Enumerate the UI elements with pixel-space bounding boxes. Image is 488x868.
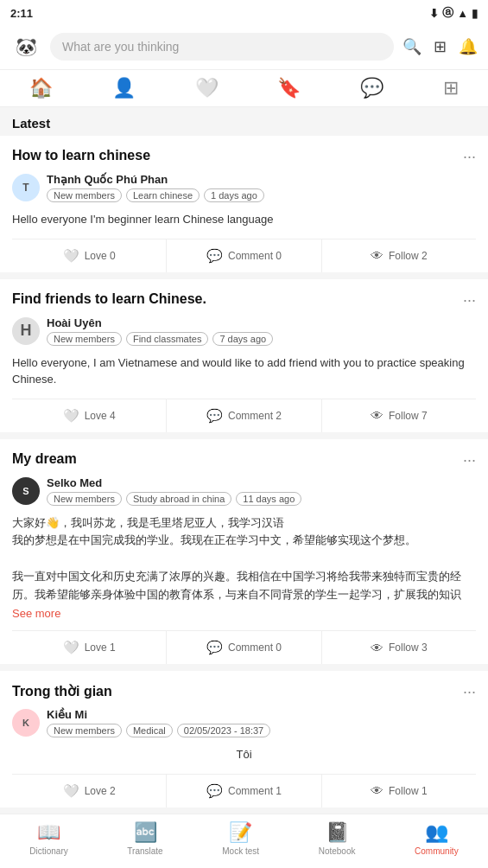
nav-person[interactable]: 👤 — [112, 77, 136, 99]
tag-date: 1 days ago — [204, 188, 264, 202]
nav-dictionary[interactable]: 📖 Dictionary — [29, 821, 67, 856]
follow-count: Follow 2 — [389, 250, 428, 262]
comment-icon: 💬 — [206, 640, 223, 655]
author-name: Thạnh Quốc Phú Phan — [47, 173, 264, 186]
tag-find-classmates[interactable]: Find classmates — [126, 332, 208, 346]
post-actions: 🤍 Love 0 💬 Comment 0 👁 Follow 2 — [12, 239, 476, 272]
comment-button[interactable]: 💬 Comment 2 — [167, 399, 321, 432]
top-nav: 🏠 👤 🤍 🔖 💬 ⊞ — [0, 70, 488, 107]
nav-label: Mock test — [222, 846, 259, 856]
comment-button[interactable]: 💬 Comment 0 — [167, 239, 321, 272]
search-icon[interactable]: 🔍 — [402, 37, 421, 56]
author-info: Kiều Mi New members Medical 02/05/2023 -… — [47, 708, 270, 737]
follow-button[interactable]: 👁 Follow 7 — [322, 399, 476, 432]
notebook-icon: 📓 — [326, 821, 349, 844]
follow-button[interactable]: 👁 Follow 3 — [322, 631, 476, 664]
status-time: 2:11 — [10, 7, 33, 20]
love-button[interactable]: 🤍 Love 4 — [12, 399, 167, 432]
love-icon: 🤍 — [63, 408, 79, 424]
follow-icon: 👁 — [371, 408, 383, 423]
follow-count: Follow 3 — [389, 641, 428, 654]
search-placeholder: What are you thinking — [62, 40, 179, 54]
translate-icon: 🔤 — [134, 821, 157, 844]
tag-medical[interactable]: Medical — [126, 724, 173, 737]
comment-button[interactable]: 💬 Comment 1 — [167, 775, 321, 807]
love-button[interactable]: 🤍 Love 2 — [12, 775, 167, 807]
post-body: Hello everyone I'm beginner learn Chines… — [12, 211, 476, 228]
tag-new-members[interactable]: New members — [47, 188, 122, 202]
tag-study-abroad[interactable]: Study abroad in china — [126, 492, 231, 506]
follow-count: Follow 7 — [389, 410, 428, 422]
nav-chat[interactable]: 💬 — [360, 77, 383, 99]
nav-label: Community — [415, 846, 459, 856]
post-title: Trong thời gian — [12, 683, 463, 699]
love-button[interactable]: 🤍 Love 1 — [12, 631, 167, 664]
bell-icon[interactable]: 🔔 — [459, 37, 478, 56]
search-actions: 🔍 ⊞ 🔔 — [402, 37, 478, 56]
logo-icon: 🐼 — [16, 36, 37, 57]
nav-translate[interactable]: 🔤 Translate — [127, 821, 162, 856]
filter-icon[interactable]: ⊞ — [434, 37, 447, 56]
post-menu-button[interactable]: ··· — [463, 451, 476, 469]
post-menu-button[interactable]: ··· — [463, 291, 476, 310]
love-count: Love 4 — [85, 410, 116, 422]
author-info: Selko Med New members Study abroad in ch… — [47, 476, 301, 506]
follow-button[interactable]: 👁 Follow 1 — [322, 775, 476, 807]
nav-heart[interactable]: 🤍 — [195, 77, 219, 99]
post-title: Find friends to learn Chinese. — [12, 291, 463, 307]
tag-new-members[interactable]: New members — [47, 332, 122, 346]
follow-icon: 👁 — [371, 641, 383, 655]
nav-label: Translate — [127, 846, 162, 856]
dictionary-icon: 📖 — [37, 821, 60, 844]
avatar: T — [12, 174, 40, 201]
love-button[interactable]: 🤍 Love 0 — [12, 239, 167, 272]
android-icon: ⓐ — [442, 5, 453, 21]
see-more-button[interactable]: See more — [12, 607, 476, 620]
love-count: Love 2 — [85, 785, 116, 797]
post-card: Trong thời gian ··· K Kiều Mi New member… — [0, 671, 488, 807]
post-menu-button[interactable]: ··· — [463, 683, 476, 701]
post-menu-button[interactable]: ··· — [463, 148, 476, 166]
nav-home[interactable]: 🏠 — [29, 77, 53, 99]
nav-mock-test[interactable]: 📝 Mock test — [222, 821, 259, 856]
author-tags: New members Find classmates 7 days ago — [47, 332, 273, 346]
author-tags: New members Learn chinese 1 days ago — [47, 188, 264, 202]
follow-icon: 👁 — [371, 783, 383, 798]
nav-bookmark[interactable]: 🔖 — [277, 77, 301, 99]
post-header: Trong thời gian ··· — [12, 683, 476, 701]
search-bar: 🐼 What are you thinking 🔍 ⊞ 🔔 — [0, 24, 488, 70]
avatar-letter: S — [22, 486, 29, 496]
author-name: Kiều Mi — [47, 708, 270, 721]
post-card: Find friends to learn Chinese. ··· H Hoà… — [0, 279, 488, 432]
tag-date: 7 days ago — [212, 332, 273, 346]
love-count: Love 1 — [85, 641, 116, 654]
app-logo: 🐼 — [10, 31, 41, 62]
tag-new-members[interactable]: New members — [47, 724, 122, 737]
section-latest: Latest — [0, 107, 488, 136]
author-tags: New members Study abroad in china 11 day… — [47, 492, 301, 506]
tag-new-members[interactable]: New members — [47, 492, 122, 506]
mock-test-icon: 📝 — [229, 821, 252, 844]
avatar: H — [12, 317, 40, 345]
tag-learn-chinese[interactable]: Learn chinese — [126, 188, 200, 202]
status-icons: ⬇ ⓐ ▲ ▮ — [429, 5, 478, 21]
love-count: Love 0 — [85, 250, 116, 262]
author-name: Selko Med — [47, 476, 301, 489]
post-actions: 🤍 Love 4 💬 Comment 2 👁 Follow 7 — [12, 399, 476, 432]
post-title: How to learn chinese — [12, 148, 463, 163]
post-title: My dream — [12, 451, 463, 467]
search-input[interactable]: What are you thinking — [50, 33, 394, 61]
post-body: 大家好👋，我叫苏龙，我是毛里塔尼亚人，我学习汉语 我的梦想是在中国完成我的学业。… — [12, 514, 476, 604]
author-info: Hoài Uyên New members Find classmates 7 … — [47, 316, 273, 346]
tag-date: 02/05/2023 - 18:37 — [177, 724, 270, 737]
nav-grid[interactable]: ⊞ — [443, 77, 459, 99]
nav-notebook[interactable]: 📓 Notebook — [319, 821, 356, 856]
section-title: Latest — [12, 116, 50, 131]
nav-community[interactable]: 👥 Community — [415, 821, 459, 856]
comment-icon: 💬 — [206, 248, 223, 264]
post-body: Hello everyone, I am Vietnamese and woul… — [12, 354, 476, 388]
battery-icon: ▮ — [472, 7, 478, 20]
comment-button[interactable]: 💬 Comment 0 — [167, 631, 321, 664]
author-name: Hoài Uyên — [47, 316, 273, 329]
follow-button[interactable]: 👁 Follow 2 — [322, 239, 476, 272]
